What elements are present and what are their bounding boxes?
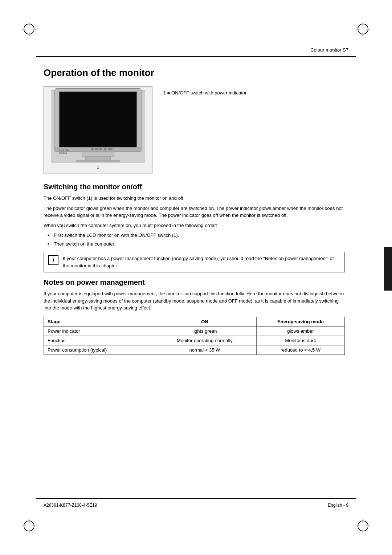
main-content: Operation of the monitor: [44, 64, 345, 495]
footer-line: [36, 498, 356, 499]
table-row: Power consumption (typical)normal < 35 W…: [44, 345, 345, 355]
table-row: Power indicatorlights greenglows amber: [44, 326, 345, 336]
section2-heading: Notes on power management: [44, 278, 345, 287]
bullet-item-2: Then switch on the computer.: [47, 240, 345, 248]
cell-on-0: lights green: [153, 326, 256, 336]
table-header-row: Stage ON Energy-saving mode: [44, 317, 345, 326]
corner-mark-tl: [22, 22, 36, 36]
monitor-note: 1 = ON/OFF switch with power indicator: [163, 86, 345, 174]
section2-para1: If your computer is equipped with power …: [44, 290, 345, 312]
info-box-text: If your computer has a power management …: [63, 255, 340, 269]
svg-text:FUJITSU: FUJITSU: [59, 149, 70, 151]
svg-rect-25: [99, 148, 102, 150]
section1-para2: The power indicator glows green when the…: [44, 205, 345, 219]
page-title: Operation of the monitor: [44, 67, 345, 78]
corner-mark-br: [356, 519, 370, 533]
info-box: i If your computer has a power managemen…: [44, 252, 345, 272]
section1-heading: Switching the monitor on/off: [44, 183, 345, 191]
monitor-image-box: FUJITSU SIEMENS 1: [44, 86, 152, 174]
svg-rect-32: [76, 160, 119, 162]
cell-energy-1: Monitor is dark: [257, 336, 345, 345]
cell-energy-0: glows amber: [257, 326, 345, 336]
info-icon: i: [48, 255, 58, 265]
bullet-list: First switch the LCD monitor on with the…: [47, 232, 345, 247]
cell-energy-2: reduced to < 4,5 W: [257, 345, 345, 355]
page: Colour monitor S7 A26361-K877-Z100-4-5E1…: [0, 0, 392, 555]
cell-on-1: Monitor operating normally: [153, 336, 256, 345]
cell-stage-0: Power indicator: [44, 326, 153, 336]
power-table: Stage ON Energy-saving mode Power indica…: [44, 317, 345, 355]
svg-rect-31: [85, 156, 110, 161]
cell-stage-2: Power consumption (typical): [44, 345, 153, 355]
section1-para1: The ON/OFF switch (1) is used for switch…: [44, 195, 345, 202]
header-line: [36, 56, 356, 57]
svg-rect-23: [91, 148, 94, 150]
side-bar: [384, 247, 392, 291]
corner-mark-tr: [356, 22, 370, 36]
col-stage-header: Stage: [44, 317, 153, 326]
header-title: Colour monitor S7: [310, 47, 348, 53]
svg-rect-27: [108, 148, 113, 150]
svg-rect-26: [104, 148, 107, 150]
col-on-header: ON: [153, 317, 256, 326]
corner-mark-bl: [22, 519, 36, 533]
footer-right: English - 9: [328, 503, 348, 508]
monitor-image-area: FUJITSU SIEMENS: [51, 90, 145, 163]
svg-text:SIEMENS: SIEMENS: [59, 152, 68, 154]
cell-stage-1: Function: [44, 336, 153, 345]
footer-left: A26361-K877-Z100-4-5E19: [44, 503, 97, 508]
bullet-item-1: First switch the LCD monitor on with the…: [47, 232, 345, 239]
svg-rect-30: [82, 151, 114, 157]
table-body: Power indicatorlights greenglows amberFu…: [44, 326, 345, 355]
svg-rect-21: [59, 92, 137, 148]
col-energy-header: Energy-saving mode: [257, 317, 345, 326]
table-row: FunctionMonitor operating normallyMonito…: [44, 336, 345, 345]
svg-rect-24: [95, 148, 98, 150]
monitor-svg: FUJITSU SIEMENS: [51, 86, 145, 163]
top-section: FUJITSU SIEMENS 1 1 = ON/OFF switch with…: [44, 86, 345, 174]
monitor-number-label: 1: [97, 165, 99, 170]
cell-on-2: normal < 35 W: [153, 345, 256, 355]
section1-para3: When you switch the computer system on, …: [44, 222, 345, 229]
